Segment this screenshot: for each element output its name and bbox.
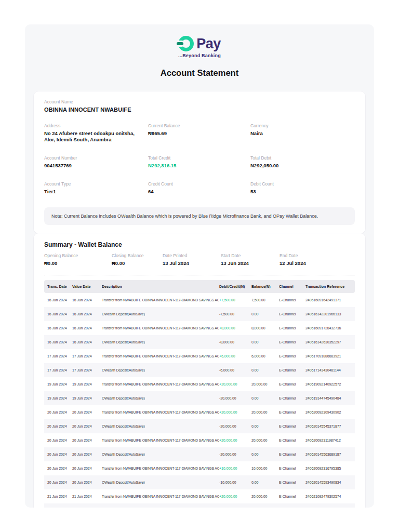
cell-description: Transfer from NWABUIFE OBINNA INNOCENT-1…: [102, 467, 219, 470]
cell-channel: E-Channel: [279, 354, 305, 358]
credit-count-label: Credit Count: [148, 181, 250, 187]
debit-count-value: 53: [250, 189, 347, 195]
cell-balance: 20,000.00: [251, 410, 279, 414]
cell-value-date: 17 Jun 2024: [72, 368, 102, 372]
cell-reference: 240617143430481144: [305, 368, 355, 372]
cell-value-date: 16 Jun 2024: [72, 340, 102, 344]
col-balance: Balance(₦): [251, 285, 279, 288]
table-row: 20 Jun 2024 20 Jun 2024 Transfer from NW…: [44, 433, 355, 447]
cell-balance: 0.00: [251, 453, 279, 456]
cell-value-date: 20 Jun 2024: [72, 410, 102, 414]
cell-value-date: 19 Jun 2024: [72, 382, 102, 386]
account-type-label: Account Type: [44, 181, 148, 187]
cell-amount: -20,000.00: [219, 396, 251, 400]
cell-amount: +20,000.00: [219, 438, 251, 442]
cell-trans-date: 20 Jun 2024: [44, 410, 72, 414]
cell-reference: 240620145545371877: [305, 424, 355, 428]
cell-description: OWealth Deposit(AutoSave): [102, 481, 219, 484]
cell-value-date: 16 Jun 2024: [72, 326, 102, 330]
cell-trans-date: 20 Jun 2024: [44, 481, 72, 484]
start-date-label: Start Date: [221, 253, 280, 258]
cell-trans-date: 16 Jun 2024: [44, 312, 72, 316]
cell-reference: 240621092479302574: [305, 495, 355, 498]
cell-trans-date: 19 Jun 2024: [44, 396, 72, 400]
date-printed-value: 13 Jul 2024: [163, 260, 221, 267]
statement-page: Pay ...Beyond Banking Account Statement …: [25, 24, 374, 508]
col-description: Description: [102, 285, 219, 288]
cell-value-date: 16 Jun 2024: [72, 298, 102, 302]
account-type-value: Tier1: [44, 189, 140, 195]
cell-description: OWealth Deposit(AutoSave): [102, 453, 219, 456]
cell-description: Transfer from NWABUIFE OBINNA INNOCENT-1…: [102, 326, 219, 330]
cell-trans-date: 19 Jun 2024: [44, 382, 72, 386]
date-printed-field: Date Printed 13 Jul 2024: [163, 253, 221, 267]
cell-value-date: 16 Jun 2024: [72, 312, 102, 316]
cell-amount: +7,500.00: [219, 298, 251, 302]
cell-amount: +20,000.00: [219, 495, 251, 498]
cell-amount: +10,000.00: [219, 467, 251, 470]
cell-channel: E-Channel: [279, 340, 305, 344]
cell-balance: 8,000.00: [251, 326, 279, 330]
brand-name: Pay: [196, 36, 221, 51]
cell-trans-date: 16 Jun 2024: [44, 298, 72, 302]
opening-balance-label: Opening Balance: [44, 253, 112, 258]
cell-balance: 6,000.00: [251, 354, 279, 358]
table-row: 20 Jun 2024 20 Jun 2024 Transfer from NW…: [44, 461, 355, 475]
dotted-divider: [44, 275, 355, 275]
summary-title: Summary - Wallet Balance: [44, 241, 355, 249]
cell-trans-date: 21 Jun 2024: [44, 495, 72, 498]
cell-channel: E-Channel: [279, 368, 305, 372]
cell-trans-date: 17 Jun 2024: [44, 354, 72, 358]
cell-value-date: 20 Jun 2024: [72, 453, 102, 456]
cell-reference: 240620092309430902: [305, 410, 355, 414]
cell-balance: 20,000.00: [251, 495, 279, 498]
closing-balance-label: Closing Balance: [112, 253, 163, 258]
start-date-value: 13 Jun 2024: [221, 260, 280, 267]
table-row: 20 Jun 2024 20 Jun 2024 Transfer from NW…: [44, 405, 355, 419]
closing-balance-field: Closing Balance ₦0.00: [112, 253, 163, 267]
cell-reference: 240616091728432736: [305, 326, 355, 330]
cell-description: OWealth Deposit(AutoSave): [102, 340, 219, 344]
cell-amount: +8,000.00: [219, 326, 251, 330]
table-row: 20 Jun 2024 20 Jun 2024 OWealth Deposit(…: [44, 419, 355, 433]
debit-count-label: Debit Count: [250, 181, 355, 187]
account-name-field: Account Name OBINNA INNOCENT NWABUIFE: [44, 99, 355, 113]
account-info-card: Account Name OBINNA INNOCENT NWABUIFE Ad…: [33, 91, 366, 234]
cell-trans-date: 20 Jun 2024: [44, 424, 72, 428]
start-date-field: Start Date 13 Jun 2024: [221, 253, 280, 267]
credit-count-value: 64: [148, 189, 244, 195]
cell-reference: 240620092311987412: [305, 438, 355, 442]
table-row: 16 Jun 2024 16 Jun 2024 OWealth Deposit(…: [44, 335, 355, 349]
total-debit-label: Total Debit: [250, 155, 355, 161]
cell-balance: 10,000.00: [251, 467, 279, 470]
cell-value-date: 20 Jun 2024: [72, 481, 102, 484]
opay-logo: Pay ...Beyond Banking: [25, 36, 374, 58]
cell-value-date: 17 Jun 2024: [72, 354, 102, 358]
cell-amount: +20,000.00: [219, 382, 251, 386]
cell-amount: -20,000.00: [219, 424, 251, 428]
table-row: 20 Jun 2024 20 Jun 2024 OWealth Deposit(…: [44, 447, 355, 461]
cell-description: OWealth Deposit(AutoSave): [102, 312, 219, 316]
col-trans-date: Trans. Date: [44, 285, 72, 288]
address-field: Address No 24 Afubere street odoakpu oni…: [44, 123, 148, 143]
cell-balance: 0.00: [251, 424, 279, 428]
cell-description: Transfer from NWABUIFE OBINNA INNOCENT-1…: [102, 354, 219, 358]
account-type-field: Account Type Tier1: [44, 181, 148, 195]
total-debit-value: ₦292,050.00: [250, 163, 347, 169]
current-balance-value: ₦865.69: [148, 130, 244, 137]
brand-tagline: ...Beyond Banking: [178, 53, 221, 58]
cell-channel: E-Channel: [279, 424, 305, 428]
cell-balance: 0.00: [251, 340, 279, 344]
cell-balance: 7,500.00: [251, 298, 279, 302]
opening-balance-value: ₦0.00: [44, 260, 112, 267]
total-credit-field: Total Credit ₦292,816.15: [148, 155, 250, 169]
cell-reference: 240620145593490834: [305, 481, 355, 484]
cell-description: Transfer from NWABUIFE OBINNA INNOCENT-1…: [102, 382, 219, 386]
col-debit-credit: Debit/Credit(₦): [219, 285, 251, 288]
table-body: 16 Jun 2024 16 Jun 2024 Transfer from NW…: [44, 293, 355, 503]
cell-description: Transfer from NWABUIFE OBINNA INNOCENT-1…: [102, 438, 219, 442]
cell-balance: 0.00: [251, 368, 279, 372]
cell-value-date: 20 Jun 2024: [72, 438, 102, 442]
cell-reference: 240619144745490484: [305, 396, 355, 400]
cell-channel: E-Channel: [279, 467, 305, 470]
